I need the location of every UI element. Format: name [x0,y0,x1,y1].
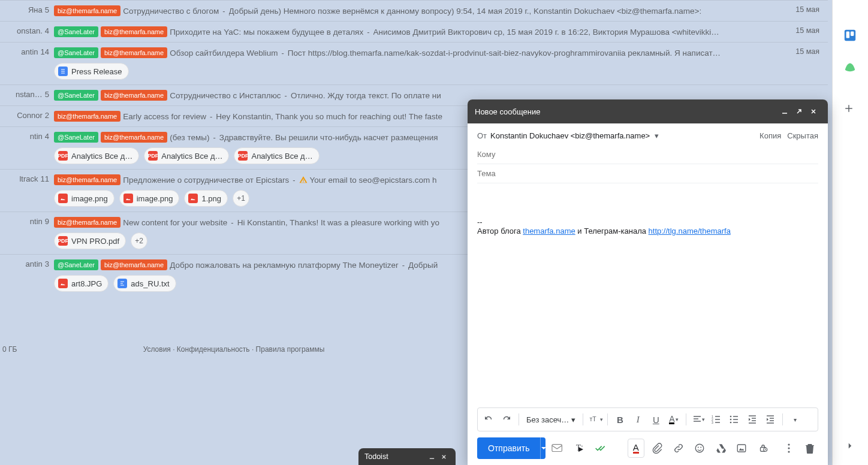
add-addon-icon[interactable] [843,103,858,117]
chip-label: Analytics Все д… [71,152,132,161]
numbered-list-icon[interactable]: 123 [708,411,725,428]
label-tag[interactable]: @SaneLater [54,26,98,37]
compose-titlebar[interactable]: Новое сообщение [468,99,828,123]
compose-body[interactable]: -- Автор блога themarfa.name и Телеграм-… [468,183,828,407]
subject-input[interactable] [477,169,818,178]
trello-icon[interactable] [843,29,858,43]
date: 15 мая [777,5,825,14]
from-dropdown-icon[interactable]: ▾ [655,131,659,140]
attachment-chip[interactable]: 1.png [184,190,228,207]
label-tag[interactable]: @SaneLater [54,47,98,58]
attachment-chip[interactable]: PDFAnalytics Все д… [234,147,319,164]
todoist-close-icon[interactable] [438,451,450,463]
label-tag[interactable]: biz@themarfa.name [54,174,120,185]
compose-from-row: От Konstantin Dokuchaev <biz@themarfa.na… [477,126,818,145]
label-tag[interactable]: biz@themarfa.name [101,90,167,101]
thread-count: 5 [45,5,49,14]
label-tag[interactable]: @SaneLater [54,259,98,270]
align-icon[interactable]: ▾ [690,411,707,428]
send-button-group: Отправить [477,437,545,459]
underline-icon[interactable]: U [647,411,664,428]
confidential-icon[interactable] [755,439,771,458]
text-color-icon[interactable]: A▾ [665,411,682,428]
indent-more-icon[interactable] [762,411,779,428]
mailtrack-icon[interactable] [550,439,566,458]
sig-link-tg[interactable]: http://tlg.name/themarfa [649,227,731,235]
label-tag[interactable]: biz@themarfa.name [101,259,167,270]
chip-label: Analytics Все д… [161,152,222,161]
label-tag[interactable]: biz@themarfa.name [54,111,120,122]
sig-link-blog[interactable]: themarfa.name [523,227,575,235]
compose-to-row[interactable] [477,145,818,164]
label-tag[interactable]: biz@themarfa.name [101,132,167,143]
svg-rect-0 [303,179,303,181]
footer-terms[interactable]: Условия [143,345,171,354]
label-tag[interactable]: biz@themarfa.name [101,47,167,58]
cc-button[interactable]: Копия [760,131,781,140]
doublecheck-icon[interactable] [592,439,608,458]
attachment-chip[interactable]: image.png [54,190,114,207]
discard-icon[interactable] [802,439,818,458]
svg-point-20 [788,447,789,449]
undo-icon[interactable] [480,411,497,428]
label-tag[interactable]: @SaneLater [54,90,98,101]
attachment-chip[interactable]: PDFAnalytics Все д… [144,147,229,164]
attachment-chip[interactable]: PDFVPN PRO.pdf [54,232,126,249]
send-button[interactable]: Отправить [477,437,540,459]
indent-less-icon[interactable] [744,411,761,428]
more-options-icon[interactable] [780,439,797,458]
label-tag[interactable]: biz@themarfa.name [54,217,120,228]
minimize-icon[interactable] [777,104,792,119]
text-color-action-icon[interactable]: A [628,439,644,458]
label-tag[interactable]: biz@themarfa.name [101,26,167,37]
svg-point-13 [695,444,704,452]
emoji-icon[interactable] [691,439,707,458]
link-icon[interactable] [670,439,686,458]
compose-subject-row[interactable] [477,164,818,183]
rail-collapse-icon[interactable] [843,439,857,453]
attachment-chip[interactable]: Press Release [54,63,129,80]
footer-rules[interactable]: Правила программы [256,345,325,354]
from-value[interactable]: Konstantin Dokuchaev <biz@themarfa.name> [490,131,650,140]
footer-privacy[interactable]: Конфиденциальность [177,345,250,354]
todoist-minibar[interactable]: Todoist [358,448,456,465]
format-more-icon[interactable]: ▾ [786,411,803,428]
svg-rect-12 [552,445,562,452]
attach-icon[interactable] [649,439,665,458]
to-input[interactable] [477,150,818,159]
thread-count: 4 [45,132,49,141]
italic-icon[interactable]: I [629,411,646,428]
attachment-chip[interactable]: art8.JPG [54,275,108,292]
basecamp-icon[interactable] [843,60,858,74]
attachment-chip[interactable]: ads_RU.txt [113,275,176,292]
sender: ntin [30,217,43,226]
bold-icon[interactable]: B [611,411,628,428]
todoist-minimize-icon[interactable] [426,451,438,463]
format-toggle-icon[interactable]: T- [571,439,587,458]
mail-row[interactable]: onstan.4@SaneLaterbiz@themarfa.nameПрихо… [0,21,828,42]
thread-count: 3 [45,259,49,268]
insert-image-icon[interactable] [734,439,750,458]
redo-icon[interactable] [498,411,515,428]
chip-more[interactable]: +2 [131,232,147,249]
chip-more[interactable]: +1 [233,190,249,207]
attachment-chip[interactable]: PDFAnalytics Все д… [54,147,139,164]
label-tag[interactable]: @SaneLater [54,132,98,143]
mail-row[interactable]: Яна5biz@themarfa.nameСотрудничество с бл… [0,0,828,21]
attachment-chip[interactable]: image.png [119,190,180,207]
mail-row[interactable]: antin14@SaneLaterbiz@themarfa.nameОбзор … [0,42,828,84]
send-options-button[interactable] [540,437,545,459]
bullet-list-icon[interactable] [726,411,743,428]
font-family-select[interactable]: Без засеч…▾ [523,415,579,424]
font-size-icon[interactable]: тТ▾ [587,411,604,428]
pdf-icon: PDF [58,151,68,161]
bcc-button[interactable]: Скрытая [787,131,818,140]
sender: antin [21,47,38,56]
fullscreen-icon[interactable] [792,104,806,119]
pdf-icon: PDF [238,151,248,161]
drive-icon[interactable] [713,439,729,458]
close-icon[interactable] [806,104,821,119]
svg-rect-1 [303,182,303,182]
label-tag[interactable]: biz@themarfa.name [54,5,120,16]
subject: (без темы) [170,133,209,142]
